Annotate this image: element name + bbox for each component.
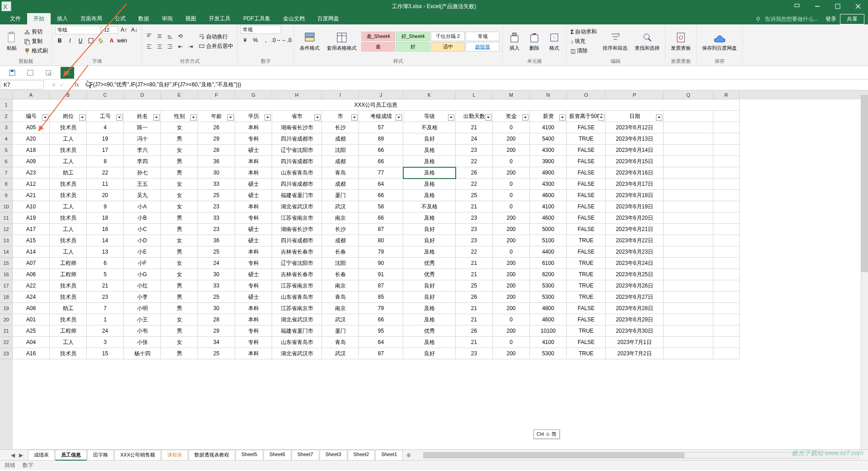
data-cell[interactable]: 青岛 [322, 292, 359, 303]
ribbon-tab-3[interactable]: 公式 [108, 13, 132, 24]
data-cell[interactable]: 小G [124, 269, 161, 280]
data-cell[interactable]: 2023年7月2日 [606, 348, 664, 359]
data-cell[interactable]: 5300 [530, 280, 567, 292]
data-cell[interactable]: 武汉 [322, 201, 359, 212]
ribbon-tab-7[interactable]: 开发工具 [203, 13, 237, 24]
data-cell[interactable]: 长春 [322, 269, 359, 280]
data-cell[interactable]: 21 [87, 280, 124, 292]
data-cell[interactable]: FALSE [567, 337, 606, 348]
data-cell[interactable]: 武汉 [322, 348, 359, 359]
data-cell[interactable]: 6 [87, 258, 124, 269]
data-cell[interactable]: 成都 [322, 235, 359, 246]
data-cell[interactable]: 30 [198, 167, 235, 179]
header-cell[interactable]: 年龄 [198, 111, 235, 122]
align-left-button[interactable] [145, 42, 154, 51]
data-cell[interactable]: 厦门 [322, 190, 359, 201]
formula-input[interactable] [82, 81, 868, 89]
data-cell[interactable]: 李六 [124, 145, 161, 156]
col-header[interactable]: Q [664, 90, 713, 99]
filter-button[interactable] [598, 114, 604, 121]
font-size-select[interactable]: 12 [102, 26, 118, 33]
ribbon-tab-5[interactable]: 审阅 [156, 13, 179, 24]
data-cell[interactable]: A12 [13, 179, 50, 190]
col-header[interactable]: C [87, 90, 124, 99]
data-cell[interactable]: 南京 [322, 212, 359, 224]
data-cell[interactable]: 杨十四 [124, 348, 161, 359]
data-cell[interactable]: A19 [13, 212, 50, 224]
data-cell[interactable]: 85 [359, 292, 403, 303]
title-cell[interactable]: XXX公司员工信息 [13, 99, 740, 111]
data-cell[interactable]: 1 [87, 314, 124, 325]
col-header[interactable]: N [530, 90, 567, 99]
data-cell[interactable]: 2023年6月26日 [606, 280, 664, 292]
data-cell[interactable]: 工程师 [50, 258, 87, 269]
row-header[interactable]: 10 [0, 201, 13, 212]
custom-qat-button[interactable] [61, 67, 74, 79]
data-cell[interactable]: A06 [13, 269, 50, 280]
insert-cells-button[interactable]: 插入 [505, 30, 524, 52]
data-cell[interactable]: 小D [124, 235, 161, 246]
data-cell[interactable]: 23 [198, 201, 235, 212]
data-cell[interactable]: 本科 [235, 167, 272, 179]
data-cell[interactable]: A15 [13, 235, 50, 246]
number-format-select[interactable]: 常规 [241, 25, 281, 34]
data-cell[interactable]: 25 [198, 348, 235, 359]
data-cell[interactable]: 200 [493, 348, 530, 359]
data-cell[interactable]: 2023年6月24日 [606, 258, 664, 269]
sheet-tab[interactable]: Sheet6 [264, 450, 291, 461]
data-cell[interactable]: 2023年6月25日 [606, 269, 664, 280]
data-cell[interactable]: 小C [124, 224, 161, 235]
data-cell[interactable]: 山东省青岛市 [272, 337, 322, 348]
fx-button[interactable]: fx [71, 82, 82, 88]
ribbon-tab-1[interactable]: 插入 [51, 13, 74, 24]
data-cell[interactable]: 男 [161, 325, 198, 337]
data-cell[interactable]: 2023年6月16日 [606, 167, 664, 179]
align-top-button[interactable] [145, 32, 154, 41]
row-header[interactable]: 18 [0, 292, 13, 303]
data-cell[interactable]: 及格 [403, 190, 456, 201]
data-cell[interactable]: 90 [359, 258, 403, 269]
data-cell[interactable]: 30 [198, 303, 235, 314]
sheet-nav-prev[interactable]: ◀ [9, 452, 16, 459]
header-cell[interactable]: 编号 [13, 111, 50, 122]
ribbon-tab-8[interactable]: PDF工具集 [237, 13, 277, 24]
delete-cells-button[interactable]: 删除 [525, 30, 543, 52]
data-cell[interactable]: 本科 [235, 246, 272, 258]
data-cell[interactable]: 女 [161, 258, 198, 269]
align-right-button[interactable] [165, 42, 175, 51]
data-cell[interactable]: 200 [493, 303, 530, 314]
italic-button[interactable]: I [66, 36, 75, 45]
border-button[interactable] [86, 36, 95, 45]
cut-button[interactable]: 剪切 [23, 28, 49, 36]
data-cell[interactable]: 21 [456, 337, 493, 348]
cancel-formula-icon[interactable]: ✕ [52, 82, 56, 88]
data-cell[interactable]: A18 [13, 145, 50, 156]
data-cell[interactable]: 2023年6月28日 [606, 303, 664, 314]
data-cell[interactable]: 5100 [530, 235, 567, 246]
data-cell[interactable]: 200 [493, 224, 530, 235]
filter-button[interactable] [153, 114, 160, 121]
row-header[interactable]: 8 [0, 179, 13, 190]
filter-button[interactable] [79, 114, 85, 121]
data-cell[interactable]: A07 [13, 258, 50, 269]
data-cell[interactable]: FALSE [567, 122, 606, 133]
data-cell[interactable]: 四川省成都市 [272, 179, 322, 190]
data-cell[interactable]: 小B [124, 212, 161, 224]
data-cell[interactable]: 优秀 [403, 258, 456, 269]
bold-button[interactable]: B [55, 36, 64, 45]
data-cell[interactable]: 21 [456, 258, 493, 269]
cell-style[interactable]: 好_Sheet4 [396, 32, 430, 41]
col-header[interactable]: M [493, 90, 530, 99]
data-cell[interactable]: 0 [493, 122, 530, 133]
data-cell[interactable]: 66 [359, 190, 403, 201]
qat-btn-2[interactable] [24, 67, 36, 79]
header-cell[interactable]: 考核成绩 [359, 111, 403, 122]
data-cell[interactable]: 10100 [530, 325, 567, 337]
wrap-button[interactable]: 自动换行 [197, 33, 235, 41]
underline-button[interactable]: U [76, 36, 85, 45]
col-header[interactable]: A [13, 90, 50, 99]
filter-button[interactable] [396, 114, 402, 121]
fill-button[interactable]: ↓填充 [569, 37, 598, 46]
header-cell[interactable]: 奖金 [493, 111, 530, 122]
data-cell[interactable]: FALSE [567, 167, 606, 179]
